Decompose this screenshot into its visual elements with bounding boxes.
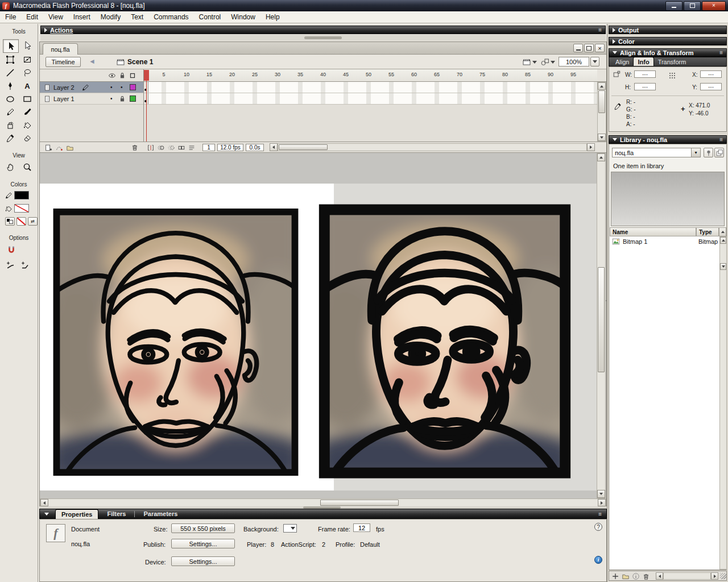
width-field[interactable]: --- xyxy=(634,70,656,78)
item-properties-button[interactable] xyxy=(632,572,640,580)
info-icon[interactable]: i xyxy=(594,556,602,564)
delete-item-button[interactable] xyxy=(642,572,650,580)
stage-hscroll-track[interactable] xyxy=(40,498,606,507)
paint-bucket-tool[interactable] xyxy=(20,119,35,131)
face-drawing-left[interactable] xyxy=(49,205,302,479)
panel-resize-grip[interactable] xyxy=(304,36,342,39)
timeline-hscroll-right[interactable] xyxy=(587,143,595,151)
background-color-swatch[interactable] xyxy=(283,524,297,533)
gradient-transform-tool[interactable] xyxy=(20,53,35,66)
library-sort-button[interactable] xyxy=(719,227,726,236)
hand-tool[interactable] xyxy=(3,161,18,173)
library-column-name[interactable]: Name xyxy=(610,227,696,236)
lock-all-layers-icon[interactable] xyxy=(118,72,126,80)
new-folder-button[interactable] xyxy=(622,572,630,580)
lasso-tool[interactable] xyxy=(20,66,35,79)
zoom-tool[interactable] xyxy=(20,161,35,173)
doc-restore-button[interactable] xyxy=(584,44,594,52)
timeline-hscroll-left[interactable] xyxy=(270,143,278,151)
default-colors-button[interactable] xyxy=(5,217,15,226)
library-vscroll-down[interactable] xyxy=(720,263,726,270)
tab-info[interactable]: Info xyxy=(633,57,653,66)
timeline-hscroll-track[interactable] xyxy=(278,143,587,151)
onion-skin-outlines-button[interactable] xyxy=(167,144,175,152)
minimize-button[interactable] xyxy=(665,1,682,11)
playhead-marker[interactable] xyxy=(144,70,149,81)
layer-lock-dot[interactable]: • xyxy=(121,84,123,90)
edit-scene-icon[interactable] xyxy=(522,57,531,66)
stage-vscroll-track[interactable] xyxy=(597,153,606,498)
library-list[interactable]: Bitmap 1 Bitmap xyxy=(610,236,719,569)
insert-layer-button[interactable] xyxy=(44,144,52,152)
size-button[interactable]: 550 x 550 pixels xyxy=(171,523,235,533)
close-button[interactable]: × xyxy=(702,1,726,11)
pencil-tool[interactable] xyxy=(3,106,18,118)
menu-text[interactable]: Text xyxy=(126,11,148,23)
delete-layer-button[interactable] xyxy=(131,143,139,151)
menu-control[interactable]: Control xyxy=(194,11,226,23)
stage-vscroll-down[interactable] xyxy=(597,490,605,498)
tab-transform[interactable]: Transform xyxy=(654,57,690,66)
doc-minimize-button[interactable] xyxy=(573,44,583,52)
add-motion-guide-button[interactable] xyxy=(55,144,63,152)
timeline-vscroll-track[interactable] xyxy=(597,82,606,142)
stage-pasteboard[interactable] xyxy=(40,153,606,498)
stage-hscroll-thumb[interactable] xyxy=(320,500,399,506)
library-hscroll-track[interactable] xyxy=(663,572,711,580)
actions-resize-strip[interactable] xyxy=(40,35,606,41)
library-vscroll-track[interactable] xyxy=(719,236,727,569)
library-hscroll-right[interactable] xyxy=(711,572,718,580)
timeline-vscroll-thumb[interactable] xyxy=(598,90,605,113)
document-tab[interactable]: поц.fla xyxy=(43,43,78,55)
menu-modify[interactable]: Modify xyxy=(96,11,126,23)
tab-align[interactable]: Align xyxy=(611,57,633,66)
subselection-tool[interactable] xyxy=(20,39,35,52)
smooth-option-button[interactable] xyxy=(6,260,15,269)
ink-bottle-tool[interactable] xyxy=(3,119,18,131)
layer-locked-icon[interactable] xyxy=(118,95,126,103)
library-document-select[interactable]: поц.fla ▾ xyxy=(612,148,701,157)
stage-vscroll-up[interactable] xyxy=(597,153,605,161)
straighten-option-button[interactable] xyxy=(20,260,30,269)
registration-grid-icon[interactable] xyxy=(668,72,676,80)
resize-grip-icon[interactable] xyxy=(720,573,726,579)
tab-parameters[interactable]: Parameters xyxy=(138,509,183,519)
face-drawing-right[interactable] xyxy=(315,203,575,480)
new-symbol-button[interactable] xyxy=(611,572,619,580)
layer-row-1[interactable]: Layer 1 • xyxy=(40,93,143,105)
stage-hscroll-left[interactable] xyxy=(40,499,48,506)
library-item-row[interactable]: Bitmap 1 Bitmap xyxy=(610,236,719,246)
snap-to-objects-toggle[interactable] xyxy=(7,246,16,255)
modify-onion-markers-button[interactable] xyxy=(188,144,196,152)
library-column-type[interactable]: Type xyxy=(696,227,719,236)
stage-vscroll-thumb[interactable] xyxy=(598,267,605,372)
line-tool[interactable] xyxy=(3,66,18,79)
panel-options-icon[interactable]: ≡ xyxy=(719,49,723,56)
current-frame-field[interactable]: 1 xyxy=(202,144,215,151)
edit-scene-dropdown-icon[interactable] xyxy=(532,61,537,64)
layer1-frames[interactable] xyxy=(143,93,597,105)
insert-layer-folder-button[interactable] xyxy=(66,144,74,152)
center-frame-button[interactable] xyxy=(147,144,155,152)
show-hide-all-layers-icon[interactable] xyxy=(108,72,116,80)
pin-library-button[interactable] xyxy=(704,148,713,157)
eyedropper-tool[interactable] xyxy=(3,132,18,144)
x-field[interactable]: --- xyxy=(700,70,722,78)
fill-color-swatch[interactable] xyxy=(14,204,29,213)
elapsed-time-field[interactable]: 0.0s xyxy=(246,144,264,151)
library-item-name[interactable]: Bitmap 1 xyxy=(623,238,647,245)
layer-outline-color-chip[interactable] xyxy=(130,95,136,102)
rectangle-tool[interactable] xyxy=(20,93,35,105)
layer-outline-column-icon[interactable] xyxy=(129,72,136,80)
frame-rate-field[interactable]: 12.0 fps xyxy=(217,144,243,151)
help-icon[interactable]: ? xyxy=(594,523,602,531)
combo-dropdown-icon[interactable]: ▾ xyxy=(691,148,700,157)
align-info-transform-header[interactable]: Align & Info & Transform ≡ xyxy=(609,48,727,57)
pen-tool[interactable] xyxy=(3,80,18,92)
new-library-window-button[interactable] xyxy=(714,148,724,157)
timeline-vscroll-down[interactable] xyxy=(598,134,606,141)
back-arrow-button[interactable]: ◄ xyxy=(89,57,96,65)
menu-edit[interactable]: Edit xyxy=(21,11,43,23)
y-field[interactable]: --- xyxy=(700,83,722,90)
text-tool[interactable] xyxy=(20,80,35,92)
